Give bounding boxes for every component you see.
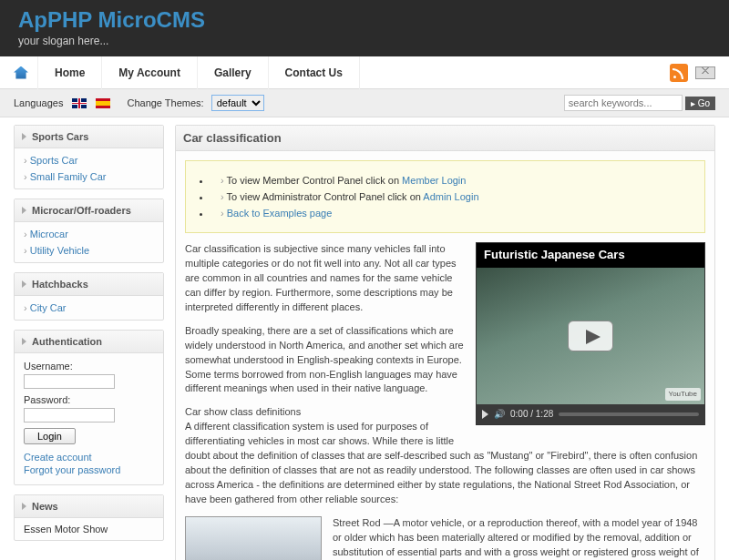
- login-button[interactable]: Login: [24, 428, 76, 444]
- header: ApPHP MicroCMS your slogan here...: [0, 0, 729, 56]
- navbar: Home My Account Gallery Contact Us: [0, 56, 729, 89]
- box-authentication: Authentication Username: Password: Login…: [14, 330, 164, 485]
- password-input[interactable]: [24, 408, 115, 423]
- go-button[interactable]: ▸ Go: [685, 97, 715, 110]
- admin-login-link[interactable]: Admin Login: [423, 191, 478, 202]
- news-item: Essen Motor Show: [15, 518, 163, 540]
- languages-label: Languages: [14, 97, 63, 108]
- chevron-icon: [22, 503, 26, 510]
- slogan: your slogan here...: [18, 35, 711, 47]
- volume-icon[interactable]: 🔊: [494, 408, 505, 422]
- play-icon[interactable]: [568, 321, 613, 351]
- forgot-password-link[interactable]: Forgot your password: [24, 464, 154, 475]
- video-title: Futuristic Japanese Cars: [477, 243, 704, 268]
- chevron-icon: [22, 338, 26, 345]
- back-examples-link[interactable]: Back to Examples page: [227, 208, 333, 219]
- chevron-icon: [22, 280, 26, 288]
- video-time: 0:00 / 1:28: [510, 408, 553, 422]
- sidebar-item: Small Family Car: [15, 168, 163, 185]
- sidebar: Sports Cars Sports Car Small Family Car …: [14, 125, 164, 560]
- content: Futuristic Japanese Cars YouTube 🔊 0:00 …: [176, 242, 714, 560]
- progress-bar[interactable]: [559, 412, 699, 416]
- create-account-link[interactable]: Create account: [24, 452, 154, 463]
- box-hatchbacks: Hatchbacks City Car: [14, 272, 164, 321]
- flag-es-icon[interactable]: [96, 98, 110, 108]
- youtube-logo: YouTube: [665, 388, 701, 401]
- member-login-link[interactable]: Member Login: [402, 175, 466, 186]
- box-microcar: Microcar/Off-roaders Microcar Utility Ve…: [14, 199, 164, 263]
- page-title: Car classification: [176, 126, 714, 151]
- site-title: ApPHP MicroCMS: [18, 7, 711, 33]
- nav-contact-us[interactable]: Contact Us: [269, 56, 360, 89]
- nav-home[interactable]: Home: [37, 56, 102, 89]
- home-icon[interactable]: [14, 66, 28, 79]
- main: Car classification To view Member Contro…: [175, 125, 715, 560]
- search-input[interactable]: [564, 95, 683, 111]
- mail-icon[interactable]: [695, 66, 715, 79]
- chevron-icon: [22, 133, 26, 140]
- change-themes-label: Change Themes:: [127, 97, 203, 108]
- nav-gallery[interactable]: Gallery: [198, 56, 269, 89]
- chevron-icon: [22, 207, 26, 214]
- video-player[interactable]: Futuristic Japanese Cars YouTube 🔊 0:00 …: [476, 242, 705, 425]
- sidebar-item: Utility Vehicle: [15, 242, 163, 259]
- sidebar-item: City Car: [15, 300, 163, 316]
- theme-select[interactable]: default: [211, 95, 264, 111]
- notice: To view Member Control Panel click on Me…: [185, 160, 705, 233]
- rss-icon[interactable]: [670, 64, 688, 82]
- sidebar-item: Sports Car: [15, 152, 163, 168]
- nav-my-account[interactable]: My Account: [102, 56, 198, 89]
- flag-en-icon[interactable]: [72, 98, 87, 108]
- password-label: Password:: [24, 394, 154, 405]
- sidebar-item: Microcar: [15, 226, 163, 242]
- username-label: Username:: [24, 361, 154, 372]
- video-frame[interactable]: YouTube: [477, 268, 704, 404]
- box-news: News Essen Motor Show: [14, 494, 164, 541]
- car-image: [185, 516, 322, 560]
- box-sports-cars: Sports Cars Sports Car Small Family Car: [14, 125, 164, 189]
- toolbar: Languages Change Themes: default ▸ Go: [0, 89, 729, 117]
- username-input[interactable]: [24, 374, 115, 389]
- play-button-icon[interactable]: [482, 410, 488, 419]
- video-controls[interactable]: 🔊 0:00 / 1:28: [477, 404, 704, 425]
